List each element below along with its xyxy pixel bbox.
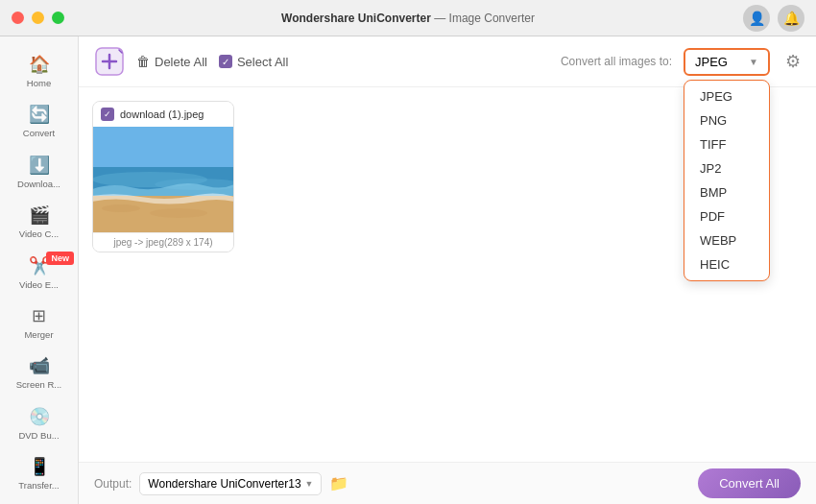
svg-point-9 [150, 208, 207, 218]
window-controls[interactable] [12, 12, 64, 24]
add-icon [94, 46, 125, 77]
file-card-header: ✓ download (1).jpeg [93, 102, 233, 127]
beach-preview-svg [93, 127, 233, 232]
file-card: ✓ download (1).jpeg [92, 101, 234, 252]
dropdown-item-tiff[interactable]: TIFF [684, 132, 769, 156]
dropdown-item-webp[interactable]: WEBP [684, 228, 769, 252]
settings-icon[interactable]: ⚙ [785, 51, 801, 72]
new-badge: New [46, 252, 74, 265]
dvd-icon: 💿 [29, 406, 50, 427]
delete-all-button[interactable]: 🗑 Delete All [136, 54, 207, 69]
select-all-checkbox-icon: ✓ [219, 55, 232, 68]
dropdown-item-jp2[interactable]: JP2 [684, 156, 769, 180]
title-icons: 👤 🔔 [743, 5, 804, 32]
file-info: jpeg -> jpeg(289 x 174) [93, 232, 233, 252]
dropdown-item-bmp[interactable]: BMP [684, 180, 769, 204]
sidebar-item-player[interactable]: ▶️ Player [0, 499, 78, 504]
sidebar-item-download[interactable]: ⬇️ Downloa... [0, 147, 78, 197]
format-selector[interactable]: JPEG ▼ [684, 48, 770, 76]
format-selected-value: JPEG [695, 55, 728, 69]
convert-all-button[interactable]: Convert All [698, 468, 801, 498]
sidebar-item-transfer[interactable]: 📱 Transfer... [0, 448, 78, 498]
output-path[interactable]: Wondershare UniConverter13 ▼ [139, 472, 322, 495]
format-selector-wrapper: JPEG ▼ JPEG PNG TIFF JP2 BMP PDF WEBP HE… [684, 48, 770, 76]
close-button[interactable] [12, 12, 24, 24]
sidebar-item-screen[interactable]: 📹 Screen R... [0, 348, 78, 397]
app-body: 🏠 Home 🔄 Convert ⬇️ Downloa... 🎬 Video C… [0, 36, 816, 504]
user-icon[interactable]: 👤 [743, 5, 770, 32]
merger-icon: ⊞ [32, 305, 46, 326]
select-all-button[interactable]: ✓ Select All [219, 55, 288, 69]
sidebar-item-convert[interactable]: 🔄 Convert [0, 96, 78, 146]
video-convert-icon: 🎬 [29, 204, 50, 226]
dropdown-item-jpeg[interactable]: JPEG [684, 84, 769, 108]
main-content: 🗑 Delete All ✓ Select All Convert all im… [79, 36, 816, 504]
sidebar-item-video-c[interactable]: 🎬 Video C... [0, 197, 78, 247]
add-button[interactable] [94, 46, 125, 77]
screen-record-icon: 📹 [29, 355, 50, 376]
file-name: download (1).jpeg [120, 108, 204, 120]
file-checkbox[interactable]: ✓ [101, 108, 114, 121]
sidebar: 🏠 Home 🔄 Convert ⬇️ Downloa... 🎬 Video C… [0, 36, 79, 504]
folder-icon[interactable]: 📁 [329, 474, 348, 492]
format-dropdown: JPEG PNG TIFF JP2 BMP PDF WEBP HEIC [684, 80, 770, 281]
notification-icon[interactable]: 🔔 [778, 5, 804, 32]
sidebar-item-dvd[interactable]: 💿 DVD Bu... [0, 398, 78, 448]
svg-point-8 [102, 204, 140, 212]
sidebar-item-video-e[interactable]: ✂️ Video E... New [0, 248, 78, 298]
maximize-button[interactable] [52, 12, 64, 24]
sidebar-item-home[interactable]: 🏠 Home [0, 46, 78, 96]
trash-icon: 🗑 [136, 54, 150, 69]
sidebar-item-merger[interactable]: ⊞ Merger [0, 298, 78, 348]
dropdown-item-png[interactable]: PNG [684, 108, 769, 132]
download-icon: ⬇️ [29, 155, 50, 176]
title-bar: Wondershare UniConverter — Image Convert… [0, 0, 816, 36]
toolbar: 🗑 Delete All ✓ Select All Convert all im… [79, 36, 816, 87]
transfer-icon: 📱 [29, 456, 50, 477]
chevron-down-icon: ▼ [305, 479, 314, 489]
file-preview [93, 127, 233, 232]
convert-label: Convert all images to: [561, 55, 672, 68]
home-icon: 🏠 [29, 54, 50, 75]
dropdown-item-heic[interactable]: HEIC [684, 252, 769, 276]
dropdown-item-pdf[interactable]: PDF [684, 204, 769, 228]
chevron-down-icon: ▼ [749, 57, 758, 67]
status-bar: Output: Wondershare UniConverter13 ▼ 📁 C… [79, 462, 816, 504]
convert-icon: 🔄 [29, 104, 50, 125]
window-title: Wondershare UniConverter — Image Convert… [281, 12, 535, 25]
output-label: Output: [94, 477, 132, 491]
minimize-button[interactable] [32, 12, 44, 24]
